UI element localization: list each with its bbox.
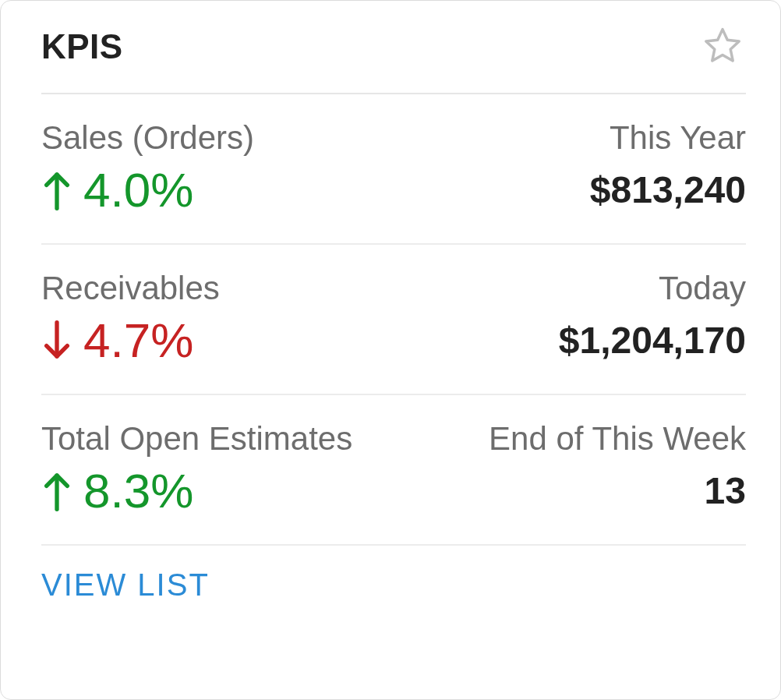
arrow-down-icon — [41, 320, 72, 362]
kpi-change-value: 8.3% — [83, 465, 193, 516]
kpi-change: 4.7% — [41, 315, 543, 366]
star-icon — [702, 25, 743, 69]
card-footer: VIEW LIST — [41, 546, 746, 603]
kpi-label: Receivables — [41, 270, 543, 307]
kpi-value: $1,204,170 — [559, 319, 746, 362]
kpi-row[interactable]: Sales (Orders) This Year 4.0% $813,240 — [41, 94, 746, 245]
kpi-value: 13 — [705, 469, 746, 512]
kpi-label: Sales (Orders) — [41, 119, 574, 157]
kpi-row[interactable]: Total Open Estimates End of This Week 8.… — [41, 395, 746, 546]
arrow-up-icon — [41, 470, 72, 512]
kpis-card: KPIS Sales (Orders) This Year 4.0% $813,… — [0, 0, 781, 700]
view-list-link[interactable]: VIEW LIST — [41, 567, 210, 603]
kpi-change-value: 4.7% — [83, 315, 193, 366]
kpi-change-value: 4.0% — [83, 164, 193, 215]
kpi-period: End of This Week — [489, 420, 746, 458]
kpi-period: Today — [659, 270, 746, 307]
svg-marker-0 — [706, 30, 739, 61]
kpi-change: 4.0% — [41, 164, 574, 215]
kpi-row[interactable]: Receivables Today 4.7% $1,204,170 — [41, 245, 746, 395]
kpi-label: Total Open Estimates — [41, 420, 473, 458]
card-title: KPIS — [41, 27, 123, 66]
favorite-toggle[interactable] — [699, 23, 746, 70]
card-header: KPIS — [41, 1, 746, 94]
kpi-period: This Year — [610, 119, 746, 157]
arrow-up-icon — [41, 169, 72, 211]
kpi-value: $813,240 — [590, 168, 746, 211]
kpi-change: 8.3% — [41, 465, 473, 516]
